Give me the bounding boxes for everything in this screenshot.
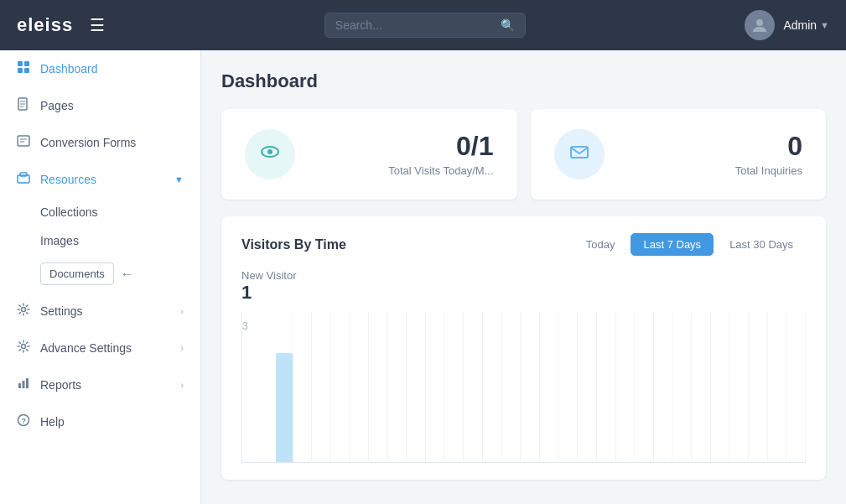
sidebar-item-advance-settings[interactable]: Advance Settings › [0,330,200,366]
sidebar-sub-resources: Collections Images Documents ← [0,198,200,293]
chart-column [314,312,331,462]
app-logo: eleiss [17,14,73,36]
arrow-left-icon: ← [121,267,134,282]
chart-column [333,312,350,462]
chart-column [599,312,616,462]
documents-label: Documents [40,262,114,285]
chart-column [485,312,502,462]
search-input[interactable] [335,18,494,32]
topnav-right: Admin ▼ [745,10,829,40]
sidebar-item-images[interactable]: Images [40,226,200,255]
visits-label: Total Visits Today/M... [388,164,493,177]
tab-last7days[interactable]: Last 7 Days [631,233,714,256]
chart-column [352,312,370,462]
chart-column [447,312,465,462]
chart-column [428,312,445,462]
sidebar-item-resources[interactable]: Resources ▼ [0,161,200,198]
chevron-icon: ▼ [174,174,184,184]
chevron-icon: › [180,306,184,316]
sidebar-item-help[interactable]: ? Help [0,403,200,440]
hamburger-menu[interactable]: ☰ [90,17,105,34]
inquiries-icon-wrap [554,129,605,179]
chart-column [276,312,293,462]
new-visitor-count: 1 [241,282,252,304]
svg-rect-18 [26,378,29,388]
tab-today[interactable]: Today [574,233,628,256]
advance-settings-icon [17,340,30,356]
search-icon: 🔍 [501,18,515,32]
chart-column [579,312,597,462]
conversion-forms-icon [17,134,30,151]
avatar [745,10,775,40]
chart-column [522,312,540,462]
collections-label: Collections [40,205,97,219]
chart-column [713,312,730,462]
chart-column [465,312,483,462]
mail-icon [568,140,591,169]
svg-rect-16 [18,383,21,388]
page-title: Dashboard [221,70,826,92]
tab-last30days[interactable]: Last 30 Days [717,233,806,256]
svg-point-15 [22,345,26,349]
chart-column [674,312,692,462]
sidebar-item-label: Advance Settings [40,341,132,355]
images-label: Images [40,234,79,247]
sidebar: Dashboard Pages Conversion Forms Resourc… [0,50,201,504]
sidebar-item-reports[interactable]: Reports › [0,366,200,403]
svg-point-14 [22,308,26,312]
chart-columns [276,312,806,462]
search-bar[interactable]: 🔍 [324,13,526,38]
y-axis-label: 3 [242,320,248,332]
sidebar-item-conversion-forms[interactable]: Conversion Forms [0,124,200,161]
stat-card-inquiries: 0 Total Inquiries [531,109,827,200]
svg-point-22 [267,149,272,154]
svg-rect-17 [23,381,25,388]
sidebar-item-documents[interactable]: Documents ← [40,255,200,293]
visitors-card: Visitors By Time Today Last 7 Days Last … [221,216,826,480]
sidebar-item-label: Pages [40,99,74,112]
sidebar-item-label: Conversion Forms [40,136,136,149]
sidebar-item-settings[interactable]: Settings › [0,293,200,330]
chart-column [788,312,806,462]
new-visitor-label: New Visitor [241,269,297,282]
inquiries-label: Total Inquiries [735,164,802,177]
sidebar-item-label: Settings [40,304,83,318]
svg-rect-13 [20,173,27,176]
chart-column [408,312,426,462]
visits-info: 0/1 Total Visits Today/M... [312,132,494,177]
chart-column [295,312,313,462]
settings-icon [17,303,30,320]
svg-rect-2 [24,61,29,66]
inquiries-number: 0 [787,132,802,159]
chevron-icon: › [180,380,184,390]
topnav-left: eleiss ☰ [17,14,105,36]
chart-column [770,312,787,462]
visitors-header: Visitors By Time Today Last 7 Days Last … [241,233,806,256]
chart-column [731,312,749,462]
chart-column [656,312,673,462]
visitors-title: Visitors By Time [241,237,346,252]
chart-column [504,312,522,462]
time-tab-group: Today Last 7 Days Last 30 Days [574,233,806,256]
svg-rect-9 [18,136,29,146]
svg-point-0 [756,19,763,26]
chart-column [636,312,654,462]
chart-bar [276,353,293,462]
svg-text:?: ? [22,417,27,425]
sidebar-item-label: Dashboard [40,62,98,75]
sidebar-item-collections[interactable]: Collections [40,198,200,226]
chart-column [561,312,579,462]
sidebar-item-pages[interactable]: Pages [0,87,200,124]
svg-rect-1 [18,61,23,66]
chart-area: 3 [241,312,806,463]
layout: Dashboard Pages Conversion Forms Resourc… [0,50,846,504]
admin-user[interactable]: Admin ▼ [783,18,829,32]
main-content: Dashboard 0/1 Total Visits Today/M... [201,50,846,504]
topnav: eleiss ☰ 🔍 Admin ▼ [0,0,846,50]
chart-column [542,312,559,462]
visits-icon-wrap [245,129,295,179]
chart-column [750,312,768,462]
sidebar-item-dashboard[interactable]: Dashboard [0,50,200,87]
help-icon: ? [17,413,30,430]
chevron-down-icon: ▼ [820,20,829,30]
